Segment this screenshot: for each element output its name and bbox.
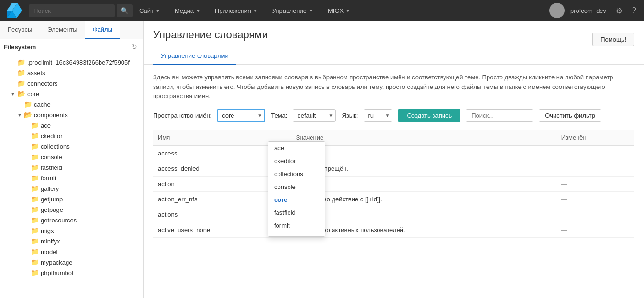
tab-manage-lexicons[interactable]: Управление словарями <box>153 47 236 65</box>
cell-value[interactable]: Не найдено действие с [[+id]]. <box>291 191 556 207</box>
cell-name[interactable]: action <box>153 176 291 191</box>
sidebar-toolbar: Filesystem ↻ <box>0 39 143 55</box>
cell-changed: — <box>556 191 634 207</box>
tree-toggle-components[interactable]: ▼ <box>17 112 24 118</box>
tree-item-ckeditor[interactable]: 📁ckeditor <box>0 131 143 141</box>
table-row[interactable]: access_denied Доступ запрещён. — <box>153 161 634 176</box>
nav-arrow-site: ▼ <box>155 8 160 13</box>
settings-icon[interactable]: ⚙ <box>612 0 626 21</box>
tree-item-model[interactable]: 📁model <box>0 246 143 257</box>
folder-icon-proclimit: 📁 <box>17 58 25 66</box>
tree-item-ace[interactable]: 📁ace <box>0 120 143 131</box>
tree-item-phpthumbof[interactable]: 📁phpthumbof <box>0 267 143 278</box>
search-input[interactable] <box>29 4 115 17</box>
cell-value[interactable]: Доступ запрещён. <box>291 161 556 176</box>
table-row[interactable]: action Действие — <box>153 176 634 191</box>
filesystem-label: Filesystem <box>4 44 128 51</box>
tree-item-cache[interactable]: 📁cache <box>0 99 143 110</box>
cell-value[interactable]: Доступ <box>291 145 556 161</box>
main-layout: РесурсыЭлементыФайлы Filesystem ↻ 📁.proc… <box>0 21 644 298</box>
nav-item-manage[interactable]: Управление▼ <box>266 0 320 21</box>
cell-name[interactable]: active_users_none <box>153 222 291 237</box>
tree-item-getpage[interactable]: 📁getpage <box>0 204 143 215</box>
cell-name[interactable]: action_err_nfs <box>153 191 291 207</box>
nav-menu: Сайт▼Медиа▼Приложения▼Управление▼MIGX▼ <box>133 0 549 21</box>
search-filter-input[interactable] <box>466 109 533 122</box>
tree-label-core: core <box>27 90 39 98</box>
folder-icon-model: 📁 <box>31 248 39 255</box>
avatar <box>549 3 565 18</box>
lang-select[interactable]: ru <box>364 109 392 122</box>
tree-item-getresources[interactable]: 📁getresources <box>0 215 143 225</box>
tree-item-core[interactable]: ▼📂core <box>0 88 143 99</box>
tree-label-gallery: gallery <box>41 185 59 192</box>
tree-label-proclimit: .proclimit_16c364983f266be72f5905f <box>27 59 130 66</box>
tree-item-migx[interactable]: 📁migx <box>0 225 143 236</box>
tree-label-phpthumbof: phpthumbof <box>41 269 74 276</box>
tree-item-assets[interactable]: 📁assets <box>0 67 143 78</box>
create-record-button[interactable]: Создать запись <box>398 109 460 122</box>
nav-item-apps[interactable]: Приложения▼ <box>208 0 265 21</box>
table-body: access Доступ — access_denied Доступ зап… <box>153 145 634 238</box>
tree-item-collections[interactable]: 📁collections <box>0 141 143 152</box>
help-icon[interactable]: ? <box>628 0 640 21</box>
tree-label-fastfield: fastfield <box>41 164 62 171</box>
col-name: Имя <box>153 130 291 145</box>
nav-arrow-apps: ▼ <box>253 8 258 13</box>
nav-item-site[interactable]: Сайт▼ <box>133 0 167 21</box>
clear-filter-button[interactable]: Очистить фильтр <box>539 109 601 122</box>
nav-arrow-migx: ▼ <box>345 8 350 13</box>
cell-changed: — <box>556 222 634 237</box>
table-row[interactable]: access Доступ — <box>153 145 634 161</box>
sidebar-tab-ресурсы[interactable]: Ресурсы <box>0 21 40 39</box>
folder-icon-ckeditor: 📁 <box>31 132 39 140</box>
tree-label-components: components <box>34 111 68 119</box>
tree-item-getjump[interactable]: 📁getjump <box>0 194 143 204</box>
theme-select-wrapper: default ▼ <box>293 109 336 122</box>
cell-value[interactable]: Действия <box>291 207 556 222</box>
content-header: Управление словарями Помощь! <box>144 21 644 47</box>
tree-toggle-core[interactable]: ▼ <box>11 91 17 97</box>
sidebar-tab-файлы[interactable]: Файлы <box>85 21 120 39</box>
table-row[interactable]: action_err_nfs Не найдено действие с [[+… <box>153 191 634 207</box>
refresh-button[interactable]: ↻ <box>130 42 139 52</box>
tree-item-proclimit[interactable]: 📁.proclimit_16c364983f266be72f5905f <box>0 57 143 67</box>
tree-item-formit[interactable]: 📁formit <box>0 173 143 183</box>
search-button[interactable]: 🔍 <box>117 4 133 17</box>
tree-item-components[interactable]: ▼📂components <box>0 110 143 120</box>
tree-item-console[interactable]: 📁console <box>0 152 143 162</box>
lang-select-wrapper: ru ▼ <box>364 109 392 122</box>
tree-item-minifyx[interactable]: 📁minifyx <box>0 236 143 246</box>
nav-item-migx[interactable]: MIGX▼ <box>321 0 357 21</box>
folder-icon-formit: 📁 <box>31 174 39 182</box>
filter-bar: Пространство имён: core ▼ Тема: default … <box>153 109 634 122</box>
folder-icon-mypackage: 📁 <box>31 258 39 266</box>
theme-select[interactable]: default <box>293 109 336 122</box>
tree-label-assets: assets <box>27 69 45 77</box>
tree-item-gallery[interactable]: 📁gallery <box>0 183 143 194</box>
cell-value[interactable]: Не найдено активных пользователей. <box>291 222 556 237</box>
page-title: Управление словарями <box>153 29 268 41</box>
folder-icon-getresources: 📁 <box>31 216 39 224</box>
sidebar-tree: 📁.proclimit_16c364983f266be72f5905f📁asse… <box>0 55 143 298</box>
tree-item-fastfield[interactable]: 📁fastfield <box>0 162 143 173</box>
tree-item-mypackage[interactable]: 📁mypackage <box>0 257 143 267</box>
help-button[interactable]: Помощь! <box>592 33 634 46</box>
sidebar-tab-элементы[interactable]: Элементы <box>40 21 85 39</box>
namespace-select[interactable]: core <box>217 109 265 122</box>
cell-name[interactable]: actions <box>153 207 291 222</box>
table-row[interactable]: actions Действия — <box>153 207 634 222</box>
tree-item-connectors[interactable]: 📁connectors <box>0 78 143 88</box>
cell-changed: — <box>556 207 634 222</box>
lexicon-table: Имя Значение Изменён access Доступ — acc… <box>153 130 634 238</box>
cell-name[interactable]: access_denied <box>153 161 291 176</box>
cell-changed: — <box>556 161 634 176</box>
topnav-right: profcom_dev ⚙ ? <box>549 0 640 21</box>
nav-item-media[interactable]: Медиа▼ <box>168 0 207 21</box>
cell-name[interactable]: access <box>153 145 291 161</box>
cell-value[interactable]: Действие <box>291 176 556 191</box>
user-name[interactable]: profcom_dev <box>566 7 610 14</box>
sidebar: РесурсыЭлементыФайлы Filesystem ↻ 📁.proc… <box>0 21 144 298</box>
table-row[interactable]: active_users_none Не найдено активных по… <box>153 222 634 237</box>
folder-icon-components: 📂 <box>24 111 32 119</box>
